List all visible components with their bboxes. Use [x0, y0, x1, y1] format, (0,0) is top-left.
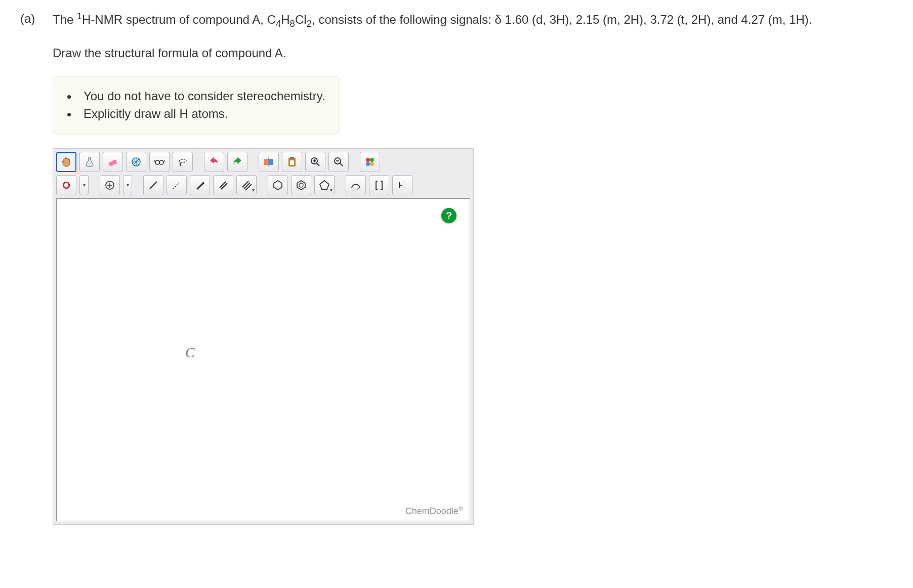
double-bond-button[interactable] — [213, 175, 233, 195]
zoom-in-button[interactable] — [305, 152, 325, 172]
help-button[interactable]: ? — [441, 208, 456, 223]
toolbar-row-1 — [56, 152, 470, 172]
single-bond-button[interactable] — [143, 175, 163, 195]
curve-arrow-button[interactable]: n — [346, 175, 366, 195]
part-label: (a) — [20, 10, 40, 525]
svg-text:+: + — [403, 180, 405, 185]
svg-rect-5 — [264, 159, 268, 165]
add-dropdown[interactable]: ▾ — [123, 175, 132, 195]
question-text: The 1H-NMR spectrum of compound A, C4H8C… — [53, 10, 893, 30]
charge-button[interactable]: +− — [392, 175, 412, 195]
svg-rect-6 — [269, 159, 273, 165]
colors-button[interactable] — [360, 152, 380, 172]
svg-point-3 — [155, 160, 159, 164]
svg-marker-17 — [274, 181, 282, 190]
svg-marker-18 — [297, 181, 305, 190]
eraser-button[interactable] — [103, 152, 123, 172]
canvas-element-label: C — [185, 343, 195, 362]
svg-rect-9 — [290, 160, 294, 165]
svg-rect-0 — [88, 157, 91, 158]
svg-rect-8 — [290, 157, 294, 159]
toolbar-row-2: O ▾ ▾ n +− — [56, 175, 470, 195]
chemdoodle-editor: O ▾ ▾ n +− — [53, 148, 474, 525]
pentagon-button[interactable] — [314, 175, 335, 195]
svg-point-14 — [366, 162, 370, 166]
drawing-canvas[interactable]: ? C ChemDoodle® — [56, 198, 470, 521]
dotted-bond-button[interactable] — [167, 175, 187, 195]
svg-marker-20 — [320, 181, 329, 189]
svg-rect-1 — [108, 159, 117, 166]
flask-button[interactable] — [79, 152, 100, 172]
undo-button[interactable] — [204, 152, 224, 172]
prompt-text: Draw the structural formula of compound … — [53, 45, 893, 62]
note-item: You do not have to consider stereochemis… — [67, 88, 325, 105]
svg-point-12 — [366, 158, 370, 162]
lasso-button[interactable] — [173, 152, 193, 172]
benzene-button[interactable] — [291, 175, 311, 195]
flip-button[interactable] — [259, 152, 279, 172]
svg-text:−: − — [403, 185, 405, 190]
element-O-button[interactable]: O — [56, 175, 76, 195]
note-item: Explicitly draw all H atoms. — [67, 105, 325, 122]
svg-point-19 — [299, 183, 303, 187]
instructions-box: You do not have to consider stereochemis… — [53, 76, 340, 134]
element-dropdown[interactable]: ▾ — [79, 175, 89, 195]
svg-point-4 — [159, 160, 163, 164]
glasses-button[interactable] — [149, 152, 170, 172]
chemdoodle-watermark: ChemDoodle® — [405, 505, 463, 518]
paste-button[interactable] — [282, 152, 302, 172]
svg-point-15 — [370, 162, 374, 166]
bracket-button[interactable] — [369, 175, 389, 195]
zoom-out-button[interactable] — [328, 152, 349, 172]
centroid-button[interactable] — [126, 152, 146, 172]
redo-button[interactable] — [227, 152, 247, 172]
triple-bond-button[interactable] — [236, 175, 257, 195]
add-button[interactable] — [100, 175, 120, 195]
svg-text:n: n — [357, 187, 359, 191]
hand-tool-button[interactable] — [56, 152, 76, 172]
svg-point-13 — [370, 158, 374, 162]
wedge-bond-button[interactable] — [190, 175, 210, 195]
hexagon-button[interactable] — [268, 175, 288, 195]
